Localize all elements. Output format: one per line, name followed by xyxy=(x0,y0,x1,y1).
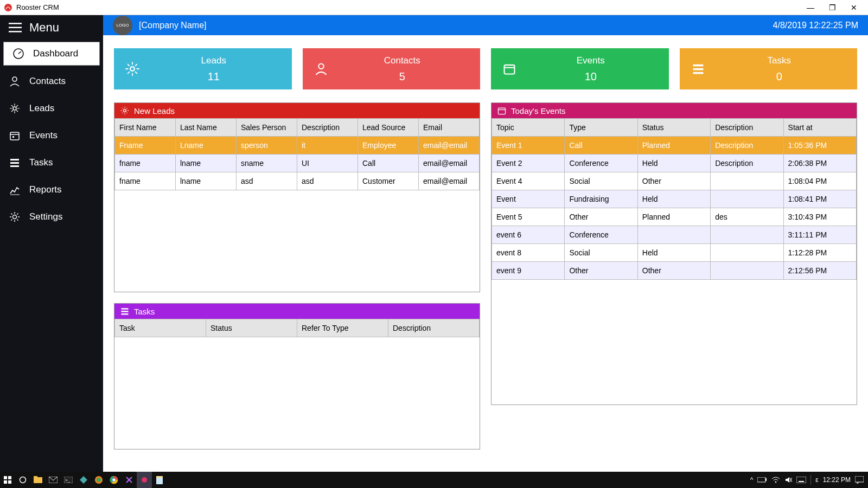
vs-icon[interactable] xyxy=(122,472,137,488)
keyboard-icon[interactable] xyxy=(796,477,806,483)
table-cell: Event 2 xyxy=(492,155,565,172)
close-button[interactable]: ✕ xyxy=(843,1,865,14)
leads-table[interactable]: First NameLast NameSales PersonDescripti… xyxy=(114,118,480,190)
sidebar-item-leads[interactable]: Leads xyxy=(0,95,103,122)
table-cell xyxy=(711,262,783,280)
minimize-button[interactable]: — xyxy=(800,1,821,14)
mail-icon[interactable] xyxy=(46,472,61,488)
panel-header-leads: New Leads xyxy=(114,103,480,118)
table-row[interactable]: event 6Conference3:11:11 PM xyxy=(492,226,857,244)
column-header[interactable]: Description xyxy=(297,119,358,137)
table-row[interactable]: FnameLnamespersonitEmployeeemail@email xyxy=(115,137,480,155)
table-row[interactable]: event 8SocialHeld1:12:28 PM xyxy=(492,244,857,262)
svg-rect-44 xyxy=(765,478,767,481)
chrome-icon[interactable] xyxy=(106,472,122,488)
table-row[interactable]: Event 2ConferenceHeldDescription2:06:38 … xyxy=(492,155,857,172)
column-header[interactable]: Start at xyxy=(783,119,856,137)
table-row[interactable]: Event 4SocialOther1:08:04 PM xyxy=(492,172,857,190)
app2-icon[interactable] xyxy=(137,472,152,488)
language-indicator[interactable]: ε xyxy=(815,476,818,484)
column-header[interactable]: Type xyxy=(565,119,637,137)
contacts-icon xyxy=(310,62,332,76)
sidebar-item-dashboard[interactable]: Dashboard xyxy=(3,42,100,66)
column-header[interactable]: First Name xyxy=(115,119,176,137)
sidebar-item-label: Contacts xyxy=(29,76,66,87)
events-table[interactable]: TopicTypeStatusDescriptionStart atEvent … xyxy=(492,118,857,280)
table-row[interactable]: Event 1CallPlannedDescription1:05:36 PM xyxy=(492,137,857,155)
table-cell: Lname xyxy=(176,137,237,155)
table-cell: 1:08:04 PM xyxy=(783,172,856,190)
hamburger-icon[interactable] xyxy=(9,23,22,33)
battery-icon[interactable] xyxy=(757,477,767,483)
table-row[interactable]: fnamelnamesnameUICallemail@email xyxy=(115,155,480,172)
column-header[interactable]: Refer To Type xyxy=(297,319,388,337)
card-leads[interactable]: Leads11 xyxy=(114,48,292,89)
column-header[interactable]: Description xyxy=(388,319,480,337)
table-row[interactable]: Event 5OtherPlanneddes3:10:43 PM xyxy=(492,208,857,226)
sidebar-item-events[interactable]: Events xyxy=(0,122,103,149)
app-icon[interactable] xyxy=(76,472,91,488)
table-cell: sname xyxy=(237,155,297,172)
column-header[interactable]: Description xyxy=(711,119,783,137)
column-header[interactable]: Topic xyxy=(492,119,565,137)
svg-point-40 xyxy=(142,477,147,483)
table-cell: Other xyxy=(637,172,710,190)
table-cell: 1:05:36 PM xyxy=(783,137,856,155)
column-header[interactable]: Status xyxy=(206,319,297,337)
column-header[interactable]: Last Name xyxy=(176,119,237,137)
panel-header-events: Today's Events xyxy=(492,103,857,118)
table-cell: Call xyxy=(565,137,637,155)
table-cell: fname xyxy=(115,172,176,190)
column-header[interactable]: Sales Person xyxy=(237,119,297,137)
svg-point-39 xyxy=(112,478,115,481)
table-cell: Held xyxy=(637,155,710,172)
volume-icon[interactable] xyxy=(784,476,792,484)
svg-text:>_: >_ xyxy=(65,478,71,483)
svg-rect-20 xyxy=(121,308,128,309)
column-header[interactable]: Status xyxy=(637,119,710,137)
explorer-icon[interactable] xyxy=(30,472,46,488)
sidebar-item-settings[interactable]: Settings xyxy=(0,203,103,230)
firefox-icon[interactable] xyxy=(91,472,106,488)
svg-point-12 xyxy=(13,215,17,219)
sidebar-item-contacts[interactable]: Contacts xyxy=(0,68,103,95)
table-row[interactable]: event 9OtherOther2:12:56 PM xyxy=(492,262,857,280)
panel-title: Tasks xyxy=(134,307,155,316)
notepad-icon[interactable] xyxy=(152,472,167,488)
maximize-button[interactable]: ❐ xyxy=(821,1,843,14)
sidebar-item-reports[interactable]: Reports xyxy=(0,176,103,203)
card-value: 10 xyxy=(520,70,661,83)
table-cell: 1:12:28 PM xyxy=(783,244,856,262)
wifi-icon[interactable] xyxy=(771,477,780,483)
table-cell: email@email xyxy=(419,155,480,172)
table-row[interactable]: fnamelnameasdasdCustomeremail@email xyxy=(115,172,480,190)
terminal-icon[interactable]: >_ xyxy=(61,472,76,488)
cortana-icon[interactable] xyxy=(15,472,30,488)
windows-taskbar[interactable]: >_ ^ ε 12:22 PM xyxy=(0,472,868,488)
svg-rect-26 xyxy=(4,480,7,484)
system-tray[interactable]: ^ ε 12:22 PM xyxy=(746,475,868,485)
tasks-table[interactable]: TaskStatusRefer To TypeDescription xyxy=(114,319,480,337)
table-cell: Other xyxy=(565,208,637,226)
table-cell xyxy=(711,244,783,262)
tray-expand-icon[interactable]: ^ xyxy=(750,476,754,484)
taskbar-clock[interactable]: 12:22 PM xyxy=(823,476,851,484)
dashboard-icon xyxy=(12,48,24,60)
table-cell: Fundraising xyxy=(565,190,637,208)
svg-rect-11 xyxy=(10,165,19,167)
contacts-icon xyxy=(9,75,21,87)
column-header[interactable]: Lead Source xyxy=(358,119,419,137)
start-button[interactable] xyxy=(0,472,15,488)
sidebar-item-label: Tasks xyxy=(29,157,53,168)
table-row[interactable]: EventFundraisingHeld1:08:41 PM xyxy=(492,190,857,208)
table-cell: Held xyxy=(637,244,710,262)
card-events[interactable]: Events10 xyxy=(491,48,669,89)
reports-icon xyxy=(9,184,21,196)
column-header[interactable]: Email xyxy=(419,119,480,137)
column-header[interactable]: Task xyxy=(115,319,206,337)
svg-point-6 xyxy=(13,107,16,110)
card-tasks[interactable]: Tasks0 xyxy=(680,48,858,89)
notifications-icon[interactable] xyxy=(855,476,864,484)
card-contacts[interactable]: Contacts5 xyxy=(303,48,481,89)
sidebar-item-tasks[interactable]: Tasks xyxy=(0,149,103,176)
